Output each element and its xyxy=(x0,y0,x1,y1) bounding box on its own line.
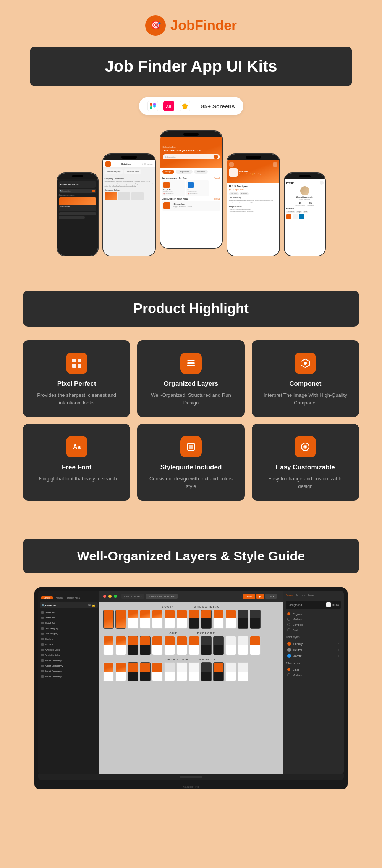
organized-layers-icon xyxy=(180,353,202,374)
feature-5-desc: Consistent design with text and colors s… xyxy=(146,475,235,490)
feature-2-desc: Well-Organized, Structured and Run Desig… xyxy=(146,391,235,406)
spacer-1 xyxy=(0,275,382,291)
font-weight-bold: Bold xyxy=(286,627,341,633)
svg-rect-9 xyxy=(72,364,76,368)
sidebar-layer-item: JobCategory xyxy=(38,631,99,636)
figma-icon xyxy=(147,101,158,111)
canvas-row-3: DETAIL JOB PROFILE xyxy=(103,658,279,681)
figma-design-panel: Design Prototype Inspect Background 100% xyxy=(283,591,344,774)
accent-color-dot xyxy=(287,654,291,658)
pixel-perfect-icon xyxy=(66,353,87,374)
header-section: 🎯 JobFinder Job Finder App UI Kits Xd xyxy=(0,0,382,138)
feature-2-title: Organized Layers xyxy=(164,380,219,388)
primary-color-dot xyxy=(287,642,291,646)
svg-text:Aa: Aa xyxy=(73,444,81,450)
sidebar-layer-item: Detail Job xyxy=(38,620,99,626)
svg-point-14 xyxy=(304,362,307,365)
divider xyxy=(196,102,196,110)
svg-rect-7 xyxy=(72,359,76,362)
maximize-dot xyxy=(114,595,117,598)
svg-rect-4 xyxy=(150,106,152,109)
sidebar-layer-item: About Company xyxy=(38,674,99,679)
feature-1-title: Pixel Perfect xyxy=(57,380,96,388)
laptop-screen: Layers Assets Design Area 🔍 Detail Job 👁… xyxy=(38,591,344,774)
laptop-mockup: Layers Assets Design Area 🔍 Detail Job 👁… xyxy=(34,587,348,784)
canvas-row-1: LOGIN ONBOARDING xyxy=(103,606,279,629)
radio-medium xyxy=(287,618,290,621)
radio-sembold xyxy=(287,623,290,626)
spacer-2 xyxy=(0,523,382,539)
svg-point-5 xyxy=(153,105,156,108)
layers-section-title: Well-Organized Layers & Style Guide xyxy=(38,549,344,564)
easy-custom-icon xyxy=(295,436,316,457)
jobfinder-logo-icon: 🎯 xyxy=(145,15,166,36)
svg-rect-2 xyxy=(150,103,152,106)
phones-showcase: Explore the best job 🔍 Search jobs... Sp… xyxy=(0,138,382,275)
font-weight-medium: Medium xyxy=(286,617,341,622)
background-label: Background xyxy=(288,604,302,606)
svg-rect-11 xyxy=(187,360,195,361)
feature-6-desc: Easy to change and customizable design xyxy=(261,475,350,490)
laptop-section: Layers Assets Design Area 🔍 Detail Job 👁… xyxy=(0,587,382,812)
svg-marker-6 xyxy=(182,103,188,109)
sidebar-layer-item: Explore xyxy=(38,636,99,642)
styleguide-icon xyxy=(180,436,202,457)
sidebar-layer-item: Available Jobs xyxy=(38,652,99,658)
effect-medium: Medium xyxy=(286,672,341,678)
logo-row: 🎯 JobFinder xyxy=(145,15,237,36)
adobe-xd-icon: Xd xyxy=(163,101,174,111)
product-highlight-title: Product Highlight xyxy=(38,301,344,317)
page-title: Job Finder App UI Kits xyxy=(45,57,337,76)
laptop-stand: MacBook Pro xyxy=(34,784,348,789)
canvas-row-2: HOME EXPLORE xyxy=(103,632,279,655)
color-neutral: Neutral › xyxy=(286,647,341,653)
sidebar-layer-item: JobCategory xyxy=(38,626,99,631)
screens-count: 85+ Screens xyxy=(201,103,235,110)
feature-3-title: Componet xyxy=(289,380,321,388)
color-styles-label: Color styles xyxy=(286,636,341,638)
close-dot xyxy=(103,595,106,598)
feature-card-organized-layers: Organized Layers Well-Organized, Structu… xyxy=(137,340,244,417)
phone-mockup-3: Hello John Doe. Let's start find your dr… xyxy=(160,130,223,249)
font-weight-regular: Regular xyxy=(286,611,341,617)
svg-rect-12 xyxy=(187,362,195,364)
phone-mockup-2: Dribbble ★ 4.5 ratings About Company Ava… xyxy=(102,153,156,256)
feature-card-free-font: Aa Free Font Using global font that easy… xyxy=(23,424,130,501)
sketch-icon xyxy=(180,101,190,111)
opacity-value: 100% xyxy=(332,604,339,606)
phone-mockup-5: Profile Hengki Komarudin UI/UX Designer … xyxy=(284,172,326,256)
feature-card-styleguide: Styleguide Included Consistent design wi… xyxy=(137,424,244,501)
sidebar-items-list: Detail JobDetail JobDetail JobJobCategor… xyxy=(38,610,99,679)
svg-rect-13 xyxy=(187,365,195,366)
font-weight-sembold: Sembold xyxy=(286,622,341,627)
sidebar-layer-item: Detail Job xyxy=(38,615,99,620)
spacer-bottom xyxy=(0,812,382,820)
sidebar-layer-item: About Company xyxy=(38,668,99,674)
figma-layers-panel: Layers Assets Design Area 🔍 Detail Job 👁… xyxy=(38,591,99,774)
feature-card-easy-custom: Easy Customizable Easy to change and cus… xyxy=(252,424,359,501)
minimize-dot xyxy=(108,595,112,598)
features-grid: Pixel Perfect Provides the sharpest, cle… xyxy=(23,340,359,501)
radio-regular xyxy=(287,612,290,615)
radio-effect-small xyxy=(287,668,290,671)
canvas-area: LOGIN ONBOARDING xyxy=(99,602,283,774)
color-primary: Primary › xyxy=(286,641,341,647)
effect-styles-label: Effect styles xyxy=(286,662,341,665)
svg-text:🎯: 🎯 xyxy=(150,20,161,30)
feature-4-title: Free Font xyxy=(62,464,91,471)
macbook-label: MacBook Pro xyxy=(183,786,199,788)
feature-3-desc: Interpret The Image With High-Quality Co… xyxy=(261,391,350,406)
feature-4-desc: Using global font that easy to search xyxy=(37,475,117,483)
sidebar-layer-item: Available Jobs xyxy=(38,647,99,652)
tools-row: Xd 85+ Screens xyxy=(139,97,243,115)
color-accent: Accent › xyxy=(286,653,341,659)
feature-card-pixel-perfect: Pixel Perfect Provides the sharpest, cle… xyxy=(23,340,130,417)
feature-6-title: Easy Customizable xyxy=(276,464,335,471)
effect-small: Small xyxy=(286,667,341,672)
title-banner: Job Finder App UI Kits xyxy=(30,47,353,86)
feature-card-component: Componet Interpret The Image With High-Q… xyxy=(252,340,359,417)
radio-effect-medium xyxy=(287,673,290,676)
brand-name: JobFinder xyxy=(170,18,237,34)
free-font-icon: Aa xyxy=(66,436,87,457)
feature-5-title: Styleguide Included xyxy=(160,464,222,471)
